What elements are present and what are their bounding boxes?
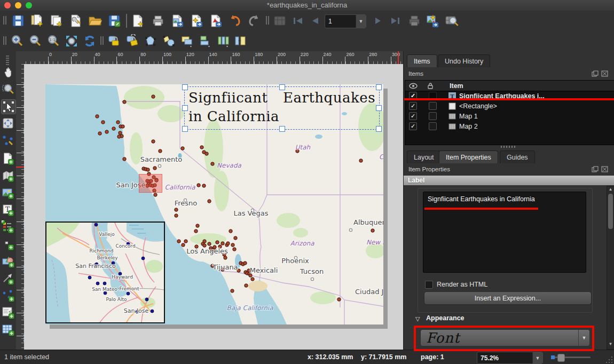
lock-checkbox[interactable] xyxy=(429,122,437,130)
add-page-button[interactable] xyxy=(1,152,15,165)
add-shape-button[interactable] xyxy=(1,254,15,268)
visibility-checkbox[interactable]: ✓ xyxy=(409,112,417,120)
item-row-map1[interactable]: ✓ Map 1 xyxy=(405,111,614,121)
align-items-button[interactable] xyxy=(198,34,212,49)
lock-checkbox[interactable] xyxy=(429,102,437,110)
tab-undo-history[interactable]: Undo History xyxy=(438,54,490,67)
properties-scrollbar[interactable]: ▲ ▼ xyxy=(607,186,614,350)
tab-item-properties[interactable]: Item Properties xyxy=(439,151,498,163)
visibility-checkbox[interactable]: ✓ xyxy=(409,102,417,110)
edit-nodes-tool-button[interactable] xyxy=(1,133,15,147)
close-dock-icon[interactable] xyxy=(601,70,608,77)
add-label-button[interactable]: T xyxy=(1,203,15,217)
raise-items-button[interactable] xyxy=(179,34,194,49)
zoom-tool-button[interactable] xyxy=(1,82,15,96)
atlas-page-combobox[interactable]: 1 ▼ xyxy=(325,14,366,28)
add-html-button[interactable]: </> xyxy=(1,305,15,319)
zoom-in-button[interactable] xyxy=(10,34,25,49)
lock-items-button[interactable] xyxy=(107,34,122,49)
duplicate-layout-button[interactable] xyxy=(49,13,64,28)
refresh-button[interactable] xyxy=(82,34,97,49)
resize-items-button[interactable] xyxy=(233,34,248,49)
save-layout-button[interactable] xyxy=(107,13,122,28)
render-as-html-checkbox[interactable] xyxy=(425,281,433,289)
add-map-button[interactable] xyxy=(1,169,15,183)
export-pdf-button[interactable] xyxy=(208,13,223,28)
scroll-up-icon[interactable]: ▲ xyxy=(607,186,614,193)
export-image-button[interactable] xyxy=(170,13,185,28)
zoom-out-button[interactable] xyxy=(28,34,43,49)
tab-layout[interactable]: Layout xyxy=(407,151,441,163)
layout-canvas[interactable]: SacramentoSan JoseFresnoLas VegasLos Ang… xyxy=(24,64,403,350)
panel-splitter-handle[interactable] xyxy=(501,146,517,148)
print-button[interactable] xyxy=(151,13,166,28)
export-atlas-button[interactable] xyxy=(425,13,440,28)
extent-rectangle-item[interactable] xyxy=(139,174,162,193)
item-row-map2[interactable]: ✓ Map 2 xyxy=(405,121,614,131)
resize-handle[interactable] xyxy=(182,126,188,132)
collapse-triangle-icon[interactable]: ▽ xyxy=(415,315,420,322)
items-tree[interactable]: Item ✓ T Signfiicant Earthquakes i... ✓ … xyxy=(405,80,614,145)
resize-grip[interactable] xyxy=(605,356,613,363)
atlas-previous-feature-button[interactable] xyxy=(308,13,322,28)
atlas-settings-button[interactable] xyxy=(272,13,287,28)
map-title-label-item[interactable]: Signfiicant Earthquakes in California xyxy=(185,87,379,129)
ungroup-items-button[interactable] xyxy=(161,34,176,49)
resize-handle[interactable] xyxy=(376,84,382,90)
lock-checkbox[interactable] xyxy=(429,112,437,120)
add-attribute-table-button[interactable] xyxy=(1,322,15,336)
redo-button[interactable] xyxy=(247,13,262,28)
layout-manager-button[interactable] xyxy=(68,13,83,28)
chevron-down-icon[interactable]: ▼ xyxy=(356,15,366,28)
zoom-level-combobox[interactable]: 75.2% ▼ xyxy=(477,352,543,364)
toolbar-grip[interactable] xyxy=(100,36,105,45)
layout-page[interactable]: SacramentoSan JoseFresnoLas VegasLos Ang… xyxy=(45,84,383,325)
add-scalebar-button[interactable] xyxy=(1,237,15,251)
scroll-down-icon[interactable]: ▼ xyxy=(607,341,614,347)
resize-handle[interactable] xyxy=(279,126,285,132)
close-dock-icon[interactable] xyxy=(601,166,608,172)
zoom-actual-button[interactable]: 1:1 xyxy=(46,34,61,49)
map-item-inset[interactable]: VallejoConcordRichmondBerkeleySan Franci… xyxy=(45,221,165,323)
add-legend-button[interactable] xyxy=(1,220,15,234)
label-section-header[interactable]: Label xyxy=(404,176,614,185)
float-dock-icon[interactable] xyxy=(592,166,599,172)
open-layout-button[interactable] xyxy=(88,13,103,28)
float-dock-icon[interactable] xyxy=(592,70,599,77)
label-text-input[interactable]: Signfiicant Earthquakes in California xyxy=(423,192,586,273)
atlas-next-feature-button[interactable] xyxy=(371,13,385,28)
atlas-last-feature-button[interactable] xyxy=(388,13,403,28)
print-atlas-button[interactable] xyxy=(407,13,422,28)
toolbar-grip[interactable] xyxy=(266,16,270,25)
atlas-preview-button[interactable] xyxy=(444,13,459,28)
new-layout-button[interactable] xyxy=(30,13,45,28)
add-picture-button[interactable] xyxy=(1,186,15,200)
resize-handle[interactable] xyxy=(376,126,382,132)
appearance-section-label[interactable]: Appearance xyxy=(426,314,465,322)
save-project-button[interactable] xyxy=(11,13,26,28)
zoom-slider-handle[interactable] xyxy=(557,354,565,362)
pan-tool-button[interactable] xyxy=(1,65,15,79)
unlock-all-button[interactable] xyxy=(125,34,140,49)
atlas-first-feature-button[interactable] xyxy=(290,13,305,28)
item-row-rectangle[interactable]: ✓ <Rectangle> xyxy=(405,101,614,111)
resize-handle[interactable] xyxy=(182,105,188,111)
insert-expression-button[interactable]: Insert an Expression... xyxy=(424,291,592,305)
add-node-item-button[interactable] xyxy=(1,288,15,302)
toolbar-grip[interactable] xyxy=(3,16,7,25)
visibility-checkbox[interactable]: ✓ xyxy=(409,122,417,130)
resize-handle[interactable] xyxy=(182,84,188,90)
export-svg-button[interactable] xyxy=(189,13,204,28)
undo-button[interactable] xyxy=(227,13,242,28)
distribute-items-button[interactable] xyxy=(216,34,231,49)
scrollbar-thumb[interactable] xyxy=(608,194,613,229)
zoom-full-button[interactable] xyxy=(64,34,79,49)
tab-items[interactable]: Items xyxy=(407,54,437,67)
select-move-item-tool-button[interactable] xyxy=(1,99,16,114)
chevron-down-icon[interactable]: ▼ xyxy=(532,352,542,363)
add-pages-button[interactable] xyxy=(130,13,145,28)
toolbar-grip[interactable] xyxy=(3,36,7,45)
toolbar-grip[interactable] xyxy=(6,56,9,65)
resize-handle[interactable] xyxy=(376,105,382,111)
resize-handle[interactable] xyxy=(279,84,285,90)
